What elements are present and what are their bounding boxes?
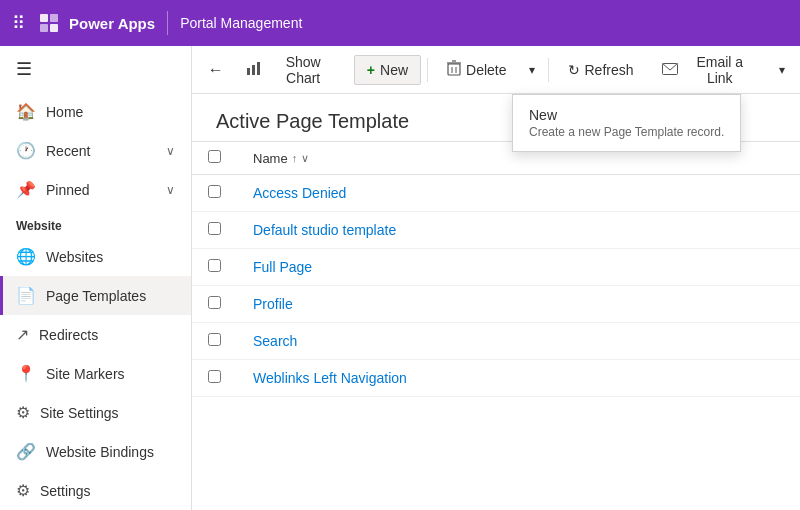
show-chart-button[interactable]: Show Chart (233, 47, 351, 93)
sidebar-item-site-markers-label: Site Markers (46, 366, 125, 382)
sidebar-item-site-markers[interactable]: 📍 Site Markers (0, 354, 191, 393)
delete-button[interactable]: Delete (434, 53, 519, 86)
row-name-link[interactable]: Full Page (253, 259, 312, 275)
row-name-cell: Default studio template (237, 212, 800, 249)
row-name-link[interactable]: Search (253, 333, 297, 349)
row-name-link[interactable]: Access Denied (253, 185, 346, 201)
row-checkbox-cell (192, 323, 237, 360)
sidebar-item-home-label: Home (46, 104, 83, 120)
site-settings-icon: ⚙ (16, 403, 30, 422)
site-markers-icon: 📍 (16, 364, 36, 383)
delete-dropdown-button[interactable]: ▾ (522, 56, 542, 84)
row-checkbox[interactable] (208, 370, 221, 383)
svg-rect-7 (448, 64, 460, 75)
new-button[interactable]: + New (354, 55, 421, 85)
sidebar-item-recent-label: Recent (46, 143, 90, 159)
settings-icon: ⚙ (16, 481, 30, 500)
sort-ascending-icon: ↑ (292, 152, 298, 164)
table-row: Search (192, 323, 800, 360)
new-label: New (380, 62, 408, 78)
sidebar-item-settings-label: Settings (40, 483, 91, 499)
delete-icon (447, 60, 461, 79)
svg-rect-3 (50, 24, 58, 32)
sidebar-item-site-settings[interactable]: ⚙ Site Settings (0, 393, 191, 432)
back-button[interactable]: ← (200, 54, 231, 86)
sidebar-item-settings[interactable]: ⚙ Settings (0, 471, 191, 510)
row-checkbox[interactable] (208, 333, 221, 346)
row-name-link[interactable]: Weblinks Left Navigation (253, 370, 407, 386)
row-checkbox-cell (192, 286, 237, 323)
row-checkbox-cell (192, 249, 237, 286)
table-select-all-header (192, 142, 237, 175)
sidebar-item-redirects[interactable]: ↗ Redirects (0, 315, 191, 354)
sidebar-section-website: Website (0, 209, 191, 237)
portal-name-label: Portal Management (180, 15, 302, 31)
email-svg-icon (662, 63, 678, 75)
pinned-icon: 📌 (16, 180, 36, 199)
row-checkbox[interactable] (208, 222, 221, 235)
svg-rect-6 (257, 62, 260, 75)
new-dropdown-description: Create a new Page Template record. (529, 125, 724, 139)
refresh-button[interactable]: ↻ Refresh (555, 55, 647, 85)
new-dropdown-item[interactable]: New Create a new Page Template record. (513, 99, 740, 147)
new-dropdown-title: New (529, 107, 724, 123)
website-bindings-icon: 🔗 (16, 442, 36, 461)
topbar-divider (167, 11, 168, 35)
sidebar-item-page-templates-label: Page Templates (46, 288, 146, 304)
row-name-link[interactable]: Profile (253, 296, 293, 312)
chart-icon (246, 60, 262, 79)
sort-chevron-icon: ∨ (301, 152, 309, 165)
row-name-link[interactable]: Default studio template (253, 222, 396, 238)
page-content: Active Page Template Name ↑ ∨ (192, 94, 800, 510)
row-checkbox[interactable] (208, 296, 221, 309)
row-name-cell: Weblinks Left Navigation (237, 360, 800, 397)
delete-label: Delete (466, 62, 506, 78)
row-checkbox-cell (192, 212, 237, 249)
svg-rect-2 (40, 24, 48, 32)
data-table: Name ↑ ∨ Access Denied Default studio (192, 141, 800, 397)
new-plus-icon: + (367, 62, 375, 78)
toolbar: ← Show Chart + New (192, 46, 800, 94)
powerapps-logo-icon (37, 11, 61, 35)
row-checkbox-cell (192, 175, 237, 212)
table-row: Full Page (192, 249, 800, 286)
more-options-button[interactable]: ▾ (772, 56, 792, 84)
chart-svg-icon (246, 60, 262, 76)
svg-rect-5 (252, 65, 255, 75)
table-row: Profile (192, 286, 800, 323)
sidebar-item-pinned[interactable]: 📌 Pinned ∨ (0, 170, 191, 209)
toolbar-separator-1 (427, 58, 428, 82)
sidebar-item-pinned-label: Pinned (46, 182, 90, 198)
page-templates-icon: 📄 (16, 286, 36, 305)
trash-svg-icon (447, 60, 461, 76)
sidebar-item-website-bindings[interactable]: 🔗 Website Bindings (0, 432, 191, 471)
email-link-button[interactable]: Email a Link (649, 47, 770, 93)
refresh-label: Refresh (585, 62, 634, 78)
svg-rect-4 (247, 68, 250, 75)
table-row: Weblinks Left Navigation (192, 360, 800, 397)
svg-rect-0 (40, 14, 48, 22)
row-checkbox-cell (192, 360, 237, 397)
new-dropdown-popup: New Create a new Page Template record. (512, 94, 741, 152)
row-name-cell: Full Page (237, 249, 800, 286)
sidebar-item-website-bindings-label: Website Bindings (46, 444, 154, 460)
sidebar-item-redirects-label: Redirects (39, 327, 98, 343)
sidebar-item-home[interactable]: 🏠 Home (0, 92, 191, 131)
sidebar-item-page-templates[interactable]: 📄 Page Templates (0, 276, 191, 315)
row-name-cell: Search (237, 323, 800, 360)
email-icon (662, 62, 678, 78)
toolbar-separator-2 (548, 58, 549, 82)
hamburger-menu-icon[interactable]: ☰ (0, 46, 191, 92)
select-all-checkbox[interactable] (208, 150, 221, 163)
recent-icon: 🕐 (16, 141, 36, 160)
show-chart-label: Show Chart (267, 54, 338, 86)
row-checkbox[interactable] (208, 185, 221, 198)
sidebar-item-site-settings-label: Site Settings (40, 405, 119, 421)
sidebar-item-recent[interactable]: 🕐 Recent ∨ (0, 131, 191, 170)
table-row: Access Denied (192, 175, 800, 212)
apps-grid-icon[interactable]: ⠿ (12, 12, 25, 34)
sidebar-item-websites-label: Websites (46, 249, 103, 265)
sidebar-item-websites[interactable]: 🌐 Websites (0, 237, 191, 276)
row-checkbox[interactable] (208, 259, 221, 272)
name-column-label: Name (253, 151, 288, 166)
